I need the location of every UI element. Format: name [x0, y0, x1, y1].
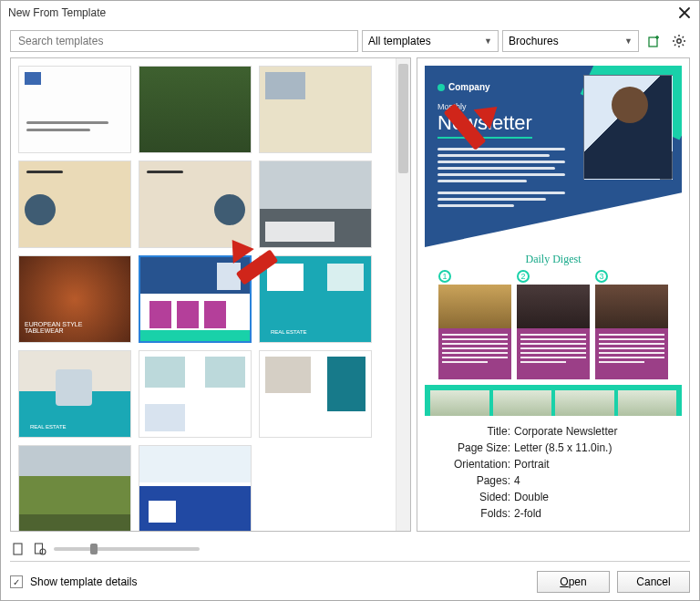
meta-title-key: Title:	[428, 423, 510, 440]
svg-rect-2	[14, 544, 22, 554]
template-grid[interactable]: EUROPEAN STYLETABLEWEAR REAL ESTATE REAL…	[11, 58, 396, 531]
template-thumbnail[interactable]: REAL ESTATE	[259, 255, 372, 343]
filter-dropdown-type[interactable]: All templates ▼	[362, 30, 499, 52]
meta-title-value: Corporate Newsletter	[514, 423, 617, 440]
template-thumbnail[interactable]	[259, 161, 372, 248]
preview-digest-heading: Daily Digest	[425, 253, 682, 266]
zoom-slider-knob[interactable]	[90, 544, 98, 554]
template-thumbnail[interactable]	[139, 161, 252, 248]
card-number: 3	[595, 270, 608, 283]
search-input[interactable]	[10, 30, 358, 52]
preview-plant-strip	[425, 385, 682, 416]
meta-sided-key: Sided:	[428, 489, 510, 505]
chevron-down-icon: ▼	[624, 36, 633, 46]
chevron-down-icon: ▼	[484, 36, 492, 46]
meta-orientation-key: Orientation:	[428, 456, 510, 472]
template-metadata: Title:Corporate Newsletter Page Size:Let…	[417, 416, 689, 531]
meta-folds-key: Folds:	[428, 505, 510, 522]
filter-category-value: Brochures	[509, 35, 559, 47]
template-thumbnail[interactable]	[18, 66, 131, 153]
preview-title: Newsletter	[438, 111, 532, 139]
import-template-icon[interactable]	[643, 30, 664, 52]
scrollbar-thumb[interactable]	[398, 64, 408, 173]
zoom-slider[interactable]	[54, 547, 200, 551]
preview-company-label: Company	[448, 82, 490, 92]
meta-pages-key: Pages:	[428, 472, 510, 489]
template-thumbnail[interactable]	[139, 445, 252, 531]
template-thumbnail-selected[interactable]	[139, 255, 252, 343]
settings-gear-icon[interactable]	[668, 30, 690, 52]
template-thumbnail[interactable]	[259, 350, 372, 438]
card-number: 1	[438, 270, 451, 283]
card-number: 2	[517, 270, 530, 283]
template-thumbnail[interactable]	[139, 66, 252, 153]
meta-orientation-value: Portrait	[514, 456, 550, 472]
preview-pane: Company Monthly Newsletter Daily Digest	[417, 57, 690, 532]
template-thumbnail[interactable]	[139, 350, 252, 438]
divider	[10, 561, 690, 562]
svg-rect-0	[649, 37, 657, 47]
template-thumbnail[interactable]	[259, 66, 372, 153]
meta-size-key: Page Size:	[428, 440, 510, 456]
template-thumbnail[interactable]	[18, 161, 131, 248]
meta-sided-value: Double	[514, 489, 549, 505]
cancel-button[interactable]: Cancel	[617, 571, 690, 593]
meta-size-value: Letter (8.5 x 11.0in.)	[514, 440, 612, 456]
filter-type-value: All templates	[368, 35, 431, 47]
close-icon[interactable]	[675, 4, 694, 22]
scrollbar[interactable]	[396, 58, 410, 531]
svg-rect-3	[36, 544, 43, 554]
new-blank-icon[interactable]	[10, 541, 26, 557]
svg-point-1	[677, 39, 681, 43]
template-thumbnail[interactable]: REAL ESTATE	[18, 350, 131, 438]
template-preview: Company Monthly Newsletter Daily Digest	[425, 66, 682, 416]
template-thumbnail[interactable]: EUROPEAN STYLETABLEWEAR	[18, 255, 131, 343]
show-details-label: Show template details	[30, 575, 137, 588]
meta-pages-value: 4	[514, 472, 520, 489]
preview-photo	[583, 75, 673, 180]
template-thumbnail[interactable]	[18, 445, 131, 531]
open-button[interactable]: Open	[537, 571, 610, 593]
meta-folds-value: 2-fold	[514, 505, 541, 522]
page-settings-icon[interactable]	[32, 541, 48, 557]
show-details-checkbox[interactable]: ✓	[10, 575, 23, 588]
search-field[interactable]	[16, 34, 352, 48]
filter-dropdown-category[interactable]: Brochures ▼	[502, 30, 639, 52]
window-title: New From Template	[8, 6, 106, 19]
